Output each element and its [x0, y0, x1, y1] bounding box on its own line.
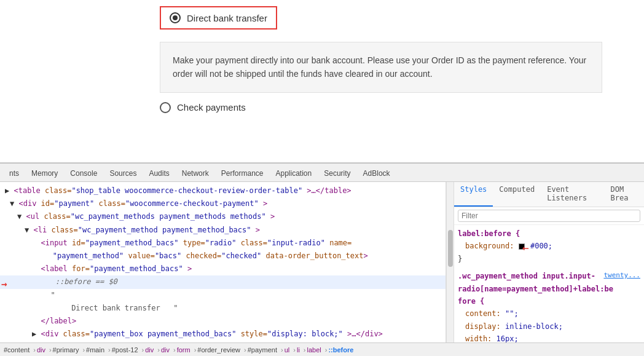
payment-description: Make your payment directly into our bank… — [160, 42, 602, 93]
styles-tab-computed[interactable]: Computed — [493, 182, 541, 207]
dom-line: ▼ <li class="wc_payment_method payment_m… — [0, 224, 446, 237]
breadcrumb-primary[interactable]: #primary — [53, 346, 79, 354]
styles-tab-styles[interactable]: Styles — [454, 182, 493, 207]
scroll-thumb[interactable] — [448, 230, 453, 267]
css-prop-content: content: ""; — [458, 307, 640, 320]
breadcrumb-before[interactable]: ::before — [328, 346, 353, 354]
css-prop-display: display: inline-block; — [458, 320, 640, 333]
styles-content[interactable]: label:before { background: #000; ← } .wc… — [454, 225, 644, 342]
breadcrumb-form[interactable]: form — [177, 346, 190, 354]
dom-line: </label> — [0, 315, 446, 328]
check-payments-label: Check payments — [177, 102, 246, 113]
dom-line: " — [0, 289, 446, 302]
styles-tab-event-listeners[interactable]: Event Listeners — [541, 182, 604, 207]
css-block-wc-payment: .wc_payment_method input.input- twenty..… — [458, 270, 640, 342]
tab-elements[interactable]: nts — [3, 167, 25, 181]
tab-security[interactable]: Security — [318, 167, 356, 181]
breadcrumb-label[interactable]: label — [307, 346, 321, 354]
css-selector-wc-payment: .wc_payment_method input.input- twenty..… — [458, 270, 640, 282]
tab-network[interactable]: Network — [176, 167, 215, 181]
css-selector-wc-payment-3: fore { — [458, 295, 640, 307]
breadcrumb-main[interactable]: #main — [86, 346, 104, 354]
tab-performance[interactable]: Performance — [215, 167, 270, 181]
devtools-breadcrumb: #content › div › #primary › #main › #pos… — [0, 342, 644, 356]
dom-line: "payment_method" value="bacs" checked="c… — [0, 250, 446, 263]
breadcrumb-ul[interactable]: ul — [285, 346, 290, 354]
styles-panel: Styles Computed Event Listeners DOM Brea — [454, 182, 644, 342]
direct-bank-transfer-label: Direct bank transfer — [187, 13, 267, 23]
red-arrow-1: ← — [522, 239, 529, 258]
tab-adblock[interactable]: AdBlock — [357, 167, 396, 181]
dom-line: <input id="payment_method_bacs" type="ra… — [0, 237, 446, 250]
dom-line: <label for="payment_method_bacs" > — [0, 263, 446, 275]
tab-memory[interactable]: Memory — [25, 167, 64, 181]
dom-line: </li> — [0, 341, 446, 342]
breadcrumb-post[interactable]: #post-12 — [112, 346, 138, 354]
css-prop-background: background: #000; ← — [458, 240, 640, 252]
styles-filter-area — [454, 207, 644, 225]
radio-empty-icon — [160, 102, 171, 113]
breadcrumb-order-review[interactable]: #order_review — [197, 346, 240, 354]
dom-tree-panel[interactable]: ▶ <table class="shop_table woocommerce-c… — [0, 182, 446, 342]
breadcrumb-payment[interactable]: #payment — [248, 346, 277, 354]
breadcrumb-div-3[interactable]: div — [161, 346, 170, 354]
tab-console[interactable]: Console — [64, 167, 103, 181]
dom-line: ▶ <div class="payment_box payment_method… — [0, 328, 446, 341]
direct-bank-transfer-option[interactable]: Direct bank transfer — [160, 6, 277, 30]
page-area: Direct bank transfer Make your payment d… — [0, 0, 644, 163]
breadcrumb-div-1[interactable]: div — [37, 346, 45, 354]
css-block-label-before: label:before { background: #000; ← } — [458, 227, 640, 265]
css-selector-label-before: label:before { — [458, 227, 640, 240]
dom-line: ▼ <ul class="wc_payment_methods payment_… — [0, 210, 446, 223]
tab-sources[interactable]: Sources — [103, 167, 143, 181]
tab-audits[interactable]: Audits — [143, 167, 175, 181]
dom-scrollbar[interactable] — [446, 182, 454, 342]
radio-selected-icon — [170, 12, 181, 23]
dom-line-highlighted: → ::before == $0 — [0, 275, 446, 288]
dom-line: ▼ <div id="payment" class="woocommerce-c… — [0, 197, 446, 210]
dom-line-direct-bank: Direct bank transfer " — [0, 302, 446, 315]
breadcrumb-div-2[interactable]: div — [145, 346, 154, 354]
styles-tab-dom-breakpoints[interactable]: DOM Brea — [605, 182, 644, 207]
dom-line: ▶ <table class="shop_table woocommerce-c… — [0, 184, 446, 197]
breadcrumb-li[interactable]: li — [297, 346, 300, 354]
devtools-tabs-bar: nts Memory Console Sources Audits Networ… — [0, 164, 644, 182]
styles-filter-input[interactable] — [458, 210, 640, 222]
devtools-panel: nts Memory Console Sources Audits Networ… — [0, 163, 644, 356]
breadcrumb-content[interactable]: #content — [4, 346, 29, 354]
tab-application[interactable]: Application — [270, 167, 318, 181]
css-prop-width: width: 16px; — [458, 333, 640, 342]
devtools-content: ▶ <table class="shop_table woocommerce-c… — [0, 182, 644, 342]
css-close-brace-1: } — [458, 253, 640, 265]
css-selector-wc-payment-2: radio[name=payment_method]+label:be — [458, 283, 640, 295]
styles-panel-tabs: Styles Computed Event Listeners DOM Brea — [454, 182, 644, 207]
check-payments-option[interactable]: Check payments — [160, 102, 644, 113]
